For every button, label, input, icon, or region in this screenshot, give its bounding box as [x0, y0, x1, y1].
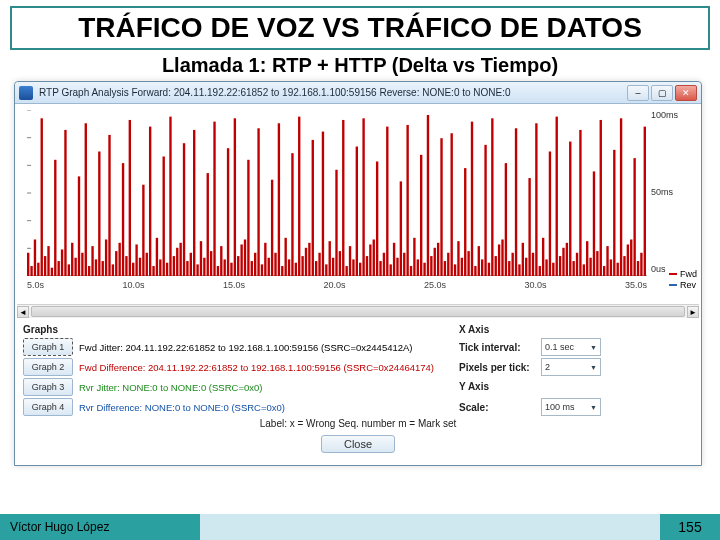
svg-rect-170 — [579, 130, 581, 276]
svg-rect-166 — [566, 243, 568, 276]
svg-rect-21 — [74, 258, 76, 276]
svg-rect-13 — [47, 246, 49, 276]
svg-rect-25 — [88, 266, 90, 276]
svg-rect-90 — [308, 243, 310, 276]
svg-rect-137 — [467, 251, 469, 276]
svg-rect-75 — [257, 128, 259, 276]
svg-rect-94 — [322, 132, 324, 276]
svg-rect-32 — [112, 264, 114, 276]
svg-rect-62 — [213, 122, 215, 276]
svg-rect-179 — [610, 259, 612, 276]
scroll-thumb[interactable] — [31, 306, 685, 317]
tick-interval-combo[interactable]: 0.1 sec▼ — [541, 338, 601, 356]
svg-rect-12 — [44, 256, 46, 276]
svg-rect-23 — [81, 253, 83, 276]
svg-rect-50 — [173, 256, 175, 276]
svg-rect-61 — [210, 251, 212, 276]
maximize-button[interactable]: ▢ — [651, 85, 673, 101]
plot-canvas — [27, 110, 647, 276]
svg-rect-60 — [207, 173, 209, 276]
svg-rect-111 — [379, 261, 381, 276]
svg-rect-106 — [362, 118, 364, 276]
svg-rect-116 — [396, 258, 398, 276]
svg-rect-69 — [237, 256, 239, 276]
svg-rect-89 — [305, 248, 307, 276]
svg-rect-158 — [539, 266, 541, 276]
graph1-label: Fwd Jitter: 204.11.192.22:61852 to 192.1… — [79, 342, 413, 353]
svg-rect-168 — [572, 261, 574, 276]
svg-rect-48 — [166, 263, 168, 276]
svg-rect-122 — [417, 259, 419, 276]
svg-rect-109 — [373, 239, 375, 276]
svg-rect-132 — [450, 133, 452, 276]
svg-rect-177 — [603, 266, 605, 276]
svg-rect-134 — [457, 241, 459, 276]
svg-rect-118 — [403, 253, 405, 276]
svg-rect-187 — [637, 261, 639, 276]
svg-rect-98 — [335, 170, 337, 276]
pixels-per-tick-combo[interactable]: 2▼ — [541, 358, 601, 376]
svg-rect-182 — [620, 118, 622, 276]
svg-rect-138 — [471, 122, 473, 276]
svg-rect-121 — [413, 238, 415, 276]
graph4-label: Rvr Difference: NONE:0 to NONE:0 (SSRC=0… — [79, 402, 285, 413]
svg-rect-20 — [71, 243, 73, 276]
close-button[interactable]: Close — [321, 435, 395, 453]
graph1-button[interactable]: Graph 1 — [23, 338, 73, 356]
svg-rect-44 — [152, 266, 154, 276]
rtp-graph-window: RTP Graph Analysis Forward: 204.11.192.2… — [14, 81, 702, 466]
svg-rect-131 — [447, 253, 449, 276]
svg-rect-150 — [511, 253, 513, 276]
svg-rect-30 — [105, 239, 107, 276]
svg-rect-154 — [525, 258, 527, 276]
svg-rect-18 — [64, 130, 66, 276]
svg-rect-51 — [176, 248, 178, 276]
graph2-button[interactable]: Graph 2 — [23, 358, 73, 376]
svg-rect-68 — [234, 118, 236, 276]
close-window-button[interactable]: ✕ — [675, 85, 697, 101]
svg-rect-29 — [102, 261, 104, 276]
svg-rect-181 — [617, 263, 619, 276]
svg-rect-110 — [376, 161, 378, 276]
svg-rect-80 — [274, 253, 276, 276]
window-titlebar[interactable]: RTP Graph Analysis Forward: 204.11.192.2… — [15, 82, 701, 104]
scale-combo[interactable]: 100 ms▼ — [541, 398, 601, 416]
svg-rect-104 — [356, 147, 358, 276]
horizontal-scrollbar[interactable]: ◄ ► — [17, 304, 699, 318]
svg-rect-28 — [98, 152, 100, 277]
graph4-button[interactable]: Graph 4 — [23, 398, 73, 416]
svg-rect-101 — [345, 266, 347, 276]
controls-panel: Graphs X Axis Graph 1 Fwd Jitter: 204.11… — [15, 318, 701, 465]
slide-footer: Víctor Hugo López 155 — [0, 514, 720, 540]
minimize-button[interactable]: – — [627, 85, 649, 101]
svg-rect-174 — [593, 171, 595, 276]
svg-rect-152 — [518, 264, 520, 276]
svg-rect-58 — [200, 241, 202, 276]
graph3-button[interactable]: Graph 3 — [23, 378, 73, 396]
svg-rect-73 — [251, 261, 253, 276]
svg-rect-108 — [369, 244, 371, 276]
svg-rect-83 — [284, 238, 286, 276]
svg-rect-153 — [522, 243, 524, 276]
scroll-right-arrow[interactable]: ► — [687, 306, 699, 318]
svg-rect-148 — [505, 163, 507, 276]
svg-rect-136 — [464, 168, 466, 276]
chevron-down-icon: ▼ — [590, 364, 597, 371]
svg-rect-45 — [156, 238, 158, 276]
svg-rect-64 — [220, 246, 222, 276]
svg-rect-184 — [627, 244, 629, 276]
svg-rect-54 — [186, 261, 188, 276]
svg-rect-77 — [264, 243, 266, 276]
svg-rect-129 — [440, 138, 442, 276]
scroll-left-arrow[interactable]: ◄ — [17, 306, 29, 318]
svg-rect-10 — [37, 263, 39, 276]
labels-legend: Label: x = Wrong Seq. number m = Mark se… — [23, 418, 693, 429]
svg-rect-123 — [420, 155, 422, 276]
svg-rect-147 — [501, 239, 503, 276]
svg-rect-8 — [30, 266, 32, 276]
svg-rect-84 — [288, 259, 290, 276]
svg-rect-27 — [95, 259, 97, 276]
svg-rect-127 — [434, 248, 436, 276]
svg-rect-53 — [183, 143, 185, 276]
svg-rect-41 — [142, 185, 144, 276]
